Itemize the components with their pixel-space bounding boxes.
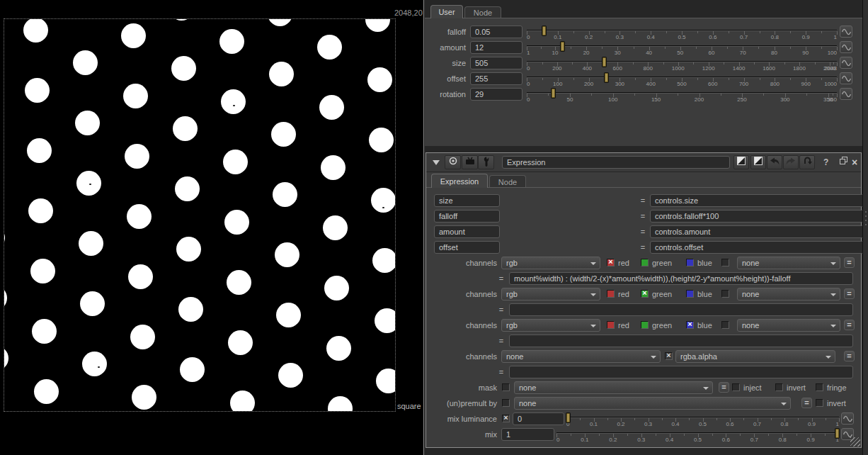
channel-expr-field-1[interactable] — [509, 303, 853, 316]
chevron-down-icon — [590, 293, 596, 296]
equals-sign: = — [497, 335, 506, 347]
mix-luminance-checkbox[interactable]: × — [502, 415, 510, 422]
swap-b-button[interactable] — [750, 155, 766, 169]
tab-node-expr-panel[interactable]: Node — [489, 175, 526, 188]
fringe-checkbox[interactable] — [816, 383, 823, 391]
green-checkbox[interactable] — [641, 259, 649, 266]
channel-set-dropdown-1[interactable]: rgb — [501, 288, 600, 300]
channels-label: channels — [426, 320, 497, 331]
blue-checkbox[interactable] — [686, 290, 694, 298]
help-button[interactable]: ? — [823, 157, 828, 167]
viewer-canvas[interactable] — [4, 18, 396, 412]
red-checkbox[interactable] — [607, 321, 615, 329]
close-panel-button[interactable]: × — [852, 157, 857, 168]
center-node-button[interactable] — [445, 155, 461, 169]
second-channel-dropdown-2[interactable]: none — [737, 319, 840, 332]
channel-set-dropdown-2[interactable]: rgb — [501, 319, 600, 332]
extra-channel-checkbox[interactable] — [721, 321, 729, 329]
red-checkbox[interactable]: × — [607, 259, 615, 266]
blue-checkbox[interactable] — [686, 259, 694, 266]
var-name-field-2[interactable]: amount — [434, 225, 500, 238]
channel-set-dropdown-0[interactable]: rgb — [501, 257, 600, 269]
expression-editor-button-2[interactable]: = — [844, 320, 855, 330]
node-graph-button[interactable] — [462, 155, 478, 169]
panel-menu-icon[interactable] — [433, 160, 440, 165]
viewer-pane[interactable]: 2048,2048 square — [0, 0, 423, 455]
premult-checkbox[interactable] — [502, 399, 510, 407]
channel-expr-field-0[interactable]: mount%width) : (width/2-(x)*amount%width… — [509, 272, 853, 285]
settings-button[interactable] — [478, 155, 494, 169]
equals-sign: = — [497, 273, 506, 284]
var-expr-field-3[interactable]: controls.offset — [650, 241, 868, 254]
red-checkbox[interactable] — [607, 290, 615, 298]
offset-input[interactable]: 255 — [470, 72, 522, 85]
amount-slider[interactable]: 1102030405060708090100 — [527, 45, 837, 57]
extra-channel-checkbox[interactable] — [721, 290, 729, 298]
pane-edge-strip[interactable] — [862, 0, 868, 455]
channel-set-dropdown-3[interactable]: none — [501, 350, 661, 363]
mix-luminance-slider[interactable]: 00.10.20.30.40.50.60.70.80.91 — [566, 416, 839, 429]
expression-properties-panel: Expression — [426, 152, 862, 448]
premult-expression-button[interactable]: = — [801, 398, 812, 408]
falloff-slider[interactable]: 00.10.20.30.40.50.60.70.80.91 — [527, 29, 837, 42]
channel-expr-field-3[interactable] — [509, 366, 853, 378]
var-expr-field-1[interactable]: controls.falloff*100 — [650, 210, 868, 223]
splitter-handle-dot — [865, 211, 867, 213]
mask-dropdown[interactable]: none — [514, 381, 713, 394]
offset-curve-button[interactable] — [840, 72, 852, 84]
premult-dropdown[interactable]: none — [514, 397, 791, 410]
second-channel-dropdown-1[interactable]: none — [737, 288, 840, 300]
tab-user[interactable]: User — [430, 5, 463, 18]
size-input[interactable]: 505 — [470, 57, 522, 69]
tab-node-user-panel[interactable]: Node — [464, 6, 501, 18]
falloff-input[interactable]: 0.05 — [470, 26, 522, 38]
mix-slider[interactable]: 00.10.20.30.40.50.60.70.80.91 — [556, 432, 839, 444]
mix-luminance-curve-button[interactable] — [841, 412, 854, 425]
float-panel-button[interactable] — [837, 155, 850, 169]
tab-expression[interactable]: Expression — [431, 174, 488, 188]
panel-resize-grip[interactable] — [850, 437, 860, 446]
expression-editor-button-0[interactable]: = — [844, 257, 855, 268]
offset-slider[interactable]: 01002003004005006007008009001000 — [527, 76, 837, 89]
mix-luminance-input[interactable]: 0 — [513, 412, 564, 425]
mask-expression-button[interactable]: = — [719, 382, 729, 393]
second-channel-dropdown-0[interactable]: none — [737, 257, 840, 269]
expression-editor-button-1[interactable]: = — [844, 288, 855, 299]
amount-curve-button[interactable] — [840, 41, 852, 53]
rotation-curve-button[interactable] — [840, 88, 852, 100]
rotation-slider[interactable]: 050100150200250300350360 — [527, 91, 837, 104]
green-checkbox[interactable] — [641, 321, 649, 329]
second-channel-dropdown-3[interactable]: rgba.alpha — [675, 350, 835, 363]
falloff-curve-button[interactable] — [840, 26, 852, 38]
mask-checkbox[interactable] — [502, 383, 510, 391]
swap-a-button[interactable] — [733, 155, 749, 169]
extra-channel-checkbox[interactable] — [721, 259, 729, 266]
revert-button[interactable] — [799, 155, 815, 169]
var-name-field-3[interactable]: offset — [434, 241, 500, 254]
var-name-field-1[interactable]: falloff — [434, 210, 500, 223]
premult-invert-checkbox[interactable] — [816, 399, 823, 407]
size-slider[interactable]: 0200400600800100012001400160018002000204… — [527, 60, 837, 73]
curve-icon — [842, 28, 851, 35]
size-curve-button[interactable] — [840, 57, 852, 69]
blue-checkbox[interactable]: × — [686, 321, 694, 329]
restore-window-icon — [839, 156, 848, 165]
mask-label: mask — [426, 382, 497, 393]
var-expr-field-2[interactable]: controls.amount — [650, 225, 868, 238]
undo-button[interactable] — [767, 155, 782, 169]
expression-editor-button-3[interactable]: = — [844, 351, 855, 361]
node-name-field[interactable]: Expression — [502, 156, 730, 169]
var-name-field-0[interactable]: size — [434, 194, 500, 207]
mix-input[interactable]: 1 — [501, 428, 554, 441]
green-checkbox[interactable]: × — [641, 290, 649, 298]
var-expr-field-0[interactable]: controls.size — [650, 194, 868, 207]
inject-checkbox[interactable] — [732, 383, 740, 391]
mask-invert-checkbox[interactable] — [775, 383, 783, 391]
channel-expr-field-2[interactable] — [509, 335, 853, 347]
rotation-input[interactable]: 29 — [470, 88, 522, 101]
redo-button[interactable] — [783, 155, 799, 169]
amount-input[interactable]: 12 — [470, 41, 522, 54]
alpha-link-checkbox[interactable]: × — [665, 352, 673, 360]
green-label: green — [652, 288, 678, 300]
inject-label: inject — [743, 382, 772, 393]
